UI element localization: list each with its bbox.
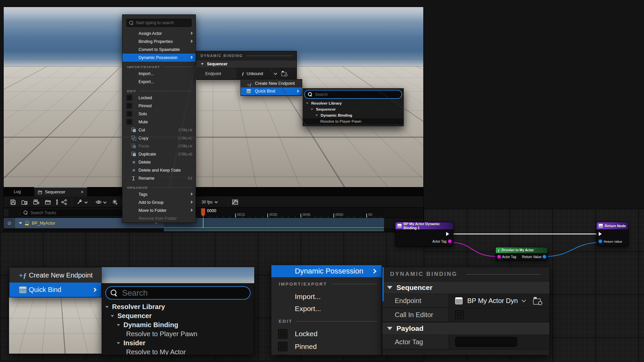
quick-bind-popup-zoomed: Resolver Library Sequencer Dynamic Bindi… <box>102 283 254 355</box>
menu-item-binding-properties[interactable]: Binding Properties <box>122 38 196 46</box>
menu-item-export[interactable]: Export... <box>122 78 196 86</box>
menu-item-solo-zoomed[interactable]: Solo <box>271 353 382 355</box>
tree-item-resolve-to-player-pawn[interactable]: Resolve to Player Pawn <box>102 329 254 339</box>
menu-item-add-to-group[interactable]: Add to Group <box>122 198 196 206</box>
menu-item-duplicate[interactable]: DuplicateCTRL+D <box>122 150 196 158</box>
playhead-marker[interactable] <box>201 208 205 217</box>
menu-item-delete[interactable]: ×Delete <box>122 158 196 166</box>
menu-item-remove-from-folder[interactable]: Remove from Folder <box>122 215 196 223</box>
menu-item-tags[interactable]: Tags <box>122 190 196 198</box>
menu-item-quick-bind-zoomed[interactable]: Quick Bind <box>9 283 101 297</box>
actor-tag-input-pin[interactable] <box>497 255 501 258</box>
tree-item-resolve-to-player-pawn[interactable]: Resolve to Player Pawn <box>303 118 404 124</box>
unreal-editor-screen: Log Sequencer ✕ <box>0 0 644 362</box>
quick-bind-search-box[interactable] <box>304 90 402 99</box>
tree-item-sequencer[interactable]: Sequencer <box>102 311 254 320</box>
menu-item-paste[interactable]: PasteCTRL+V <box>122 142 196 150</box>
tree-item-dynamic-binding[interactable]: Dynamic Binding <box>102 320 254 329</box>
chevron-down-icon[interactable] <box>85 200 88 204</box>
category-payload-zoomed[interactable]: Payload <box>382 322 549 335</box>
return-value-output-pin[interactable] <box>543 255 546 258</box>
menu-item-quick-bind[interactable]: Quick Bind <box>241 87 302 95</box>
menu-item-assign-actor[interactable]: Assign Actor <box>122 29 196 38</box>
quick-bind-search-input[interactable] <box>315 92 398 97</box>
actor-tag-output-pin[interactable] <box>448 240 451 243</box>
call-in-editor-checkbox[interactable] <box>455 310 464 319</box>
menu-search-box[interactable] <box>126 19 192 27</box>
close-icon[interactable]: ✕ <box>80 190 84 194</box>
tree-item-dynamic-binding[interactable]: Dynamic Binding <box>303 112 404 118</box>
solo-checkbox[interactable] <box>278 355 287 355</box>
menu-item-pinned-zoomed[interactable]: Pinned <box>271 340 382 353</box>
quick-bind-search-box-zoomed[interactable] <box>105 286 251 300</box>
tree-item-resolver-library[interactable]: Resolver Library <box>102 302 254 311</box>
endpoint-dropdown[interactable]: ƒ Unbound <box>237 68 297 79</box>
tree-item-sequencer[interactable]: Sequencer <box>303 106 404 112</box>
category-sequencer-zoomed[interactable]: Sequencer <box>382 281 549 294</box>
endpoint-dropdown-zoomed[interactable]: BP My Actor Dyna <box>448 294 549 307</box>
menu-item-pinned[interactable]: Pinned <box>122 102 196 110</box>
exec-input-pin[interactable] <box>599 232 604 236</box>
save-icon[interactable] <box>10 199 16 205</box>
chevron-down-icon[interactable] <box>103 200 107 204</box>
pinned-checkbox[interactable] <box>278 342 287 351</box>
solo-checkbox[interactable] <box>126 111 132 117</box>
tab-sequencer[interactable]: Sequencer ✕ <box>34 187 88 196</box>
playback-options-icon[interactable] <box>112 199 118 205</box>
locked-checkbox[interactable] <box>278 329 287 339</box>
tab-log[interactable]: Log <box>10 187 25 196</box>
object-icon <box>397 224 401 228</box>
menu-item-solo[interactable]: Solo <box>122 110 196 118</box>
tree-item-resolve-to-my-actor[interactable]: Resolve to My Actor <box>102 348 254 355</box>
mute-checkbox[interactable] <box>126 119 132 125</box>
menu-item-create-new-endpoint[interactable]: +ƒ Create New Endpoint <box>241 80 302 87</box>
panel-toggle-button[interactable] <box>4 209 8 217</box>
folder-search-icon[interactable] <box>533 297 542 305</box>
category-sequencer[interactable]: Sequencer <box>197 60 297 68</box>
tree-item-resolver-library[interactable]: Resolver Library <box>303 100 404 106</box>
menu-item-create-new-endpoint-zoomed[interactable]: +ƒ Create New Endpoint <box>9 268 101 283</box>
pinned-checkbox[interactable] <box>126 103 132 109</box>
menu-item-delete-and-keep-state[interactable]: ×Delete and Keep State <box>122 166 196 174</box>
sequencer-toolbar: 30 fps <box>4 196 423 207</box>
node-return[interactable]: Return Node Return Value <box>596 222 629 247</box>
eye-icon[interactable] <box>95 199 102 205</box>
menu-item-import[interactable]: Import... <box>122 70 196 78</box>
menu-item-rename[interactable]: RenameF2 <box>122 174 196 182</box>
curve-editor-icon[interactable] <box>232 199 238 205</box>
caret-down-icon[interactable] <box>19 222 22 224</box>
wrench-icon[interactable] <box>76 199 83 205</box>
search-icon <box>129 21 133 25</box>
horizontal-scrollbar[interactable] <box>164 229 384 231</box>
browse-folder-icon[interactable] <box>21 199 28 205</box>
camera-icon[interactable] <box>33 199 40 205</box>
menu-item-locked-zoomed[interactable]: Locked <box>271 327 382 340</box>
quick-bind-search-input-zoomed[interactable] <box>122 288 245 298</box>
actions-hierarchy-icon[interactable] <box>61 199 67 205</box>
track-timeline-strip[interactable] <box>164 218 384 228</box>
menu-item-mute[interactable]: Mute <box>122 118 196 126</box>
actor-tag-input[interactable] <box>455 337 517 347</box>
render-movie-icon[interactable] <box>45 199 51 205</box>
folder-search-icon[interactable] <box>281 71 287 76</box>
menu-item-locked[interactable]: Locked <box>122 94 196 102</box>
menu-item-export-zoomed[interactable]: Export... <box>271 303 382 315</box>
exec-output-pin[interactable] <box>446 232 451 236</box>
node-bp-my-actor-dynamic-binding[interactable]: BP My Actor Dynamic Binding 1 Actor Tag <box>395 222 453 247</box>
submenu-arrow-icon <box>296 90 299 93</box>
menu-item-import-zoomed[interactable]: Import... <box>271 291 382 303</box>
menu-item-dynamic-possession-zoomed[interactable]: Dynamic Possession <box>271 265 382 277</box>
kebab-menu-icon[interactable] <box>54 199 60 205</box>
locked-checkbox[interactable] <box>126 95 132 101</box>
fps-dropdown[interactable]: 30 fps <box>202 199 217 205</box>
return-value-input-pin[interactable] <box>599 240 602 243</box>
node-resolve-to-my-actor[interactable]: ƒ Resolve to My Actor Actor Tag Return V… <box>495 247 548 260</box>
menu-search-input[interactable] <box>136 20 189 25</box>
menu-item-move-to-folder[interactable]: Move to Folder <box>122 206 196 215</box>
menu-item-copy[interactable]: CopyCTRL+C <box>122 134 196 142</box>
menu-item-cut[interactable]: CutCTRL+X <box>122 126 196 134</box>
menu-item-dynamic-possession[interactable]: Dynamic Possession <box>122 54 196 62</box>
timeline-ruler[interactable]: 0015 0030 0045 0060 00 0000 <box>164 207 384 218</box>
menu-item-convert-to-spawnable[interactable]: Convert to Spawnable <box>122 46 196 54</box>
tree-item-insider[interactable]: Insider <box>102 339 254 348</box>
